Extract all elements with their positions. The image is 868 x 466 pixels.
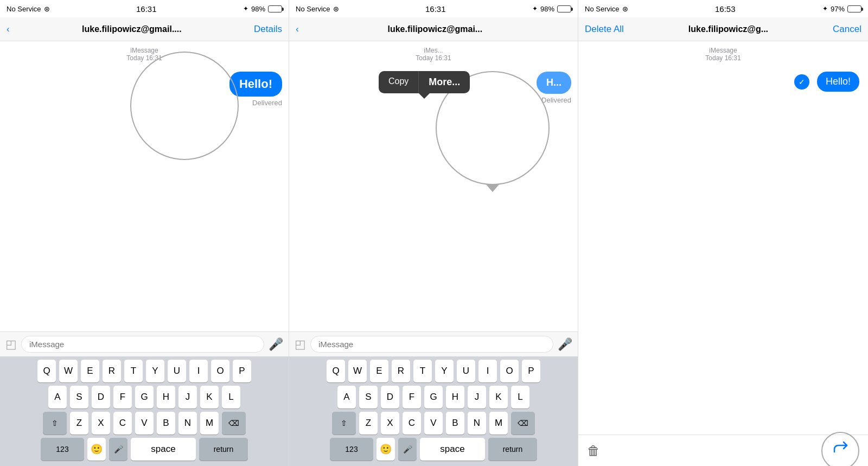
- keyboard-row-1: Q W E R T Y U I O P: [2, 360, 286, 382]
- bottom-toolbar-3: 🗑: [578, 435, 868, 466]
- share-circle-3[interactable]: [821, 432, 859, 467]
- key2-v[interactable]: V: [424, 412, 443, 435]
- key-f[interactable]: F: [113, 386, 132, 408]
- details-button-1[interactable]: Details: [254, 24, 282, 35]
- battery-pct-3: 97%: [831, 5, 845, 13]
- message-bubble-1: Hello!: [229, 72, 282, 97]
- nav-bar-2: ‹ luke.filipowicz@gmai...: [289, 17, 578, 41]
- key-l[interactable]: L: [222, 386, 240, 408]
- message-input-2[interactable]: [310, 336, 553, 353]
- key-j[interactable]: J: [178, 386, 197, 408]
- bluetooth-icon-1: ✦: [243, 5, 248, 12]
- key2-o[interactable]: O: [500, 360, 519, 382]
- key-d[interactable]: D: [92, 386, 110, 408]
- mic-icon-1[interactable]: 🎤: [269, 337, 283, 352]
- key-shift[interactable]: ⇧: [43, 412, 67, 435]
- key-h[interactable]: H: [157, 386, 175, 408]
- key2-b[interactable]: B: [446, 412, 464, 435]
- nav-bar-1: ‹ luke.filipowicz@gmail.... Details: [0, 17, 289, 41]
- bubble-row-3: ✓ Hello!: [587, 72, 859, 92]
- message-input-1[interactable]: [21, 336, 264, 353]
- key-w[interactable]: W: [59, 360, 78, 382]
- delivered-text-1: Delivered: [252, 99, 282, 107]
- key-s[interactable]: S: [70, 386, 88, 408]
- key-e[interactable]: E: [81, 360, 99, 382]
- key2-emoji[interactable]: 🙂: [376, 438, 395, 461]
- key-k[interactable]: K: [200, 386, 219, 408]
- key2-m[interactable]: M: [489, 412, 508, 435]
- key2-t[interactable]: T: [413, 360, 432, 382]
- message-time-2: iMes... Today 16:31: [416, 47, 451, 62]
- key-backspace[interactable]: ⌫: [222, 412, 246, 435]
- key2-i[interactable]: I: [478, 360, 497, 382]
- key-z[interactable]: Z: [70, 412, 88, 435]
- key-123[interactable]: 123: [41, 438, 84, 461]
- key2-a[interactable]: A: [337, 386, 356, 408]
- context-copy-button[interactable]: Copy: [379, 71, 419, 93]
- key-space[interactable]: space: [131, 438, 196, 461]
- key-v[interactable]: V: [135, 412, 154, 435]
- key2-l[interactable]: L: [511, 386, 529, 408]
- key-m[interactable]: M: [200, 412, 219, 435]
- keyboard-row-2-3: ⇧ Z X C V B N M ⌫: [291, 412, 576, 435]
- key2-s[interactable]: S: [359, 386, 378, 408]
- key-o[interactable]: O: [211, 360, 229, 382]
- key2-123[interactable]: 123: [330, 438, 373, 461]
- key-p[interactable]: P: [233, 360, 251, 382]
- key2-c[interactable]: C: [403, 412, 421, 435]
- key-emoji[interactable]: 🙂: [87, 438, 106, 461]
- key2-j[interactable]: J: [468, 386, 486, 408]
- mic-icon-2[interactable]: 🎤: [558, 337, 572, 352]
- trash-icon-3[interactable]: 🗑: [587, 443, 600, 458]
- key-x[interactable]: X: [92, 412, 110, 435]
- key-a[interactable]: A: [48, 386, 67, 408]
- camera-icon-2[interactable]: ◰: [295, 337, 306, 352]
- key2-n[interactable]: N: [468, 412, 486, 435]
- cancel-button-3[interactable]: Cancel: [833, 24, 861, 35]
- key2-w[interactable]: W: [348, 360, 367, 382]
- key-n[interactable]: N: [178, 412, 197, 435]
- key2-f[interactable]: F: [403, 386, 421, 408]
- key2-r[interactable]: R: [392, 360, 410, 382]
- key2-u[interactable]: U: [457, 360, 475, 382]
- key2-p[interactable]: P: [522, 360, 540, 382]
- no-service-text-2: No Service: [296, 5, 330, 13]
- key-b[interactable]: B: [157, 412, 175, 435]
- check-circle-3[interactable]: ✓: [794, 74, 809, 90]
- battery-bar-3: [847, 5, 861, 12]
- key2-space[interactable]: space: [420, 438, 485, 461]
- key2-g[interactable]: G: [424, 386, 443, 408]
- key2-k[interactable]: K: [489, 386, 508, 408]
- delete-all-button[interactable]: Delete All: [585, 24, 624, 35]
- keyboard-row-2: A S D F G H J K L: [2, 386, 286, 408]
- share-icon-3: [832, 440, 849, 461]
- key-i[interactable]: I: [189, 360, 208, 382]
- key2-return[interactable]: return: [488, 438, 537, 461]
- key2-h[interactable]: H: [446, 386, 464, 408]
- key-q[interactable]: Q: [37, 360, 56, 382]
- key-r[interactable]: R: [103, 360, 121, 382]
- battery-bar-1: [268, 5, 282, 12]
- key-y[interactable]: Y: [146, 360, 164, 382]
- context-more-button[interactable]: More...: [419, 71, 470, 93]
- keyboard-row-3: ⇧ Z X C V B N M ⌫: [2, 412, 286, 435]
- key-u[interactable]: U: [168, 360, 186, 382]
- wifi-icon-2: ⊛: [333, 5, 339, 13]
- key2-backspace[interactable]: ⌫: [511, 412, 535, 435]
- key2-d[interactable]: D: [381, 386, 399, 408]
- key-c[interactable]: C: [113, 412, 132, 435]
- key2-y[interactable]: Y: [435, 360, 454, 382]
- key2-e[interactable]: E: [370, 360, 388, 382]
- key2-mic[interactable]: 🎤: [398, 438, 417, 461]
- key-return[interactable]: return: [199, 438, 248, 461]
- time-2: 16:31: [425, 4, 446, 14]
- camera-icon-1[interactable]: ◰: [5, 337, 17, 352]
- key2-shift[interactable]: ⇧: [332, 412, 356, 435]
- bubble-container-1: Hello! Delivered: [7, 72, 282, 107]
- key-mic[interactable]: 🎤: [109, 438, 127, 461]
- key-t[interactable]: T: [124, 360, 143, 382]
- key-g[interactable]: G: [135, 386, 154, 408]
- key2-q[interactable]: Q: [327, 360, 345, 382]
- key2-x[interactable]: X: [381, 412, 399, 435]
- key2-z[interactable]: Z: [359, 412, 378, 435]
